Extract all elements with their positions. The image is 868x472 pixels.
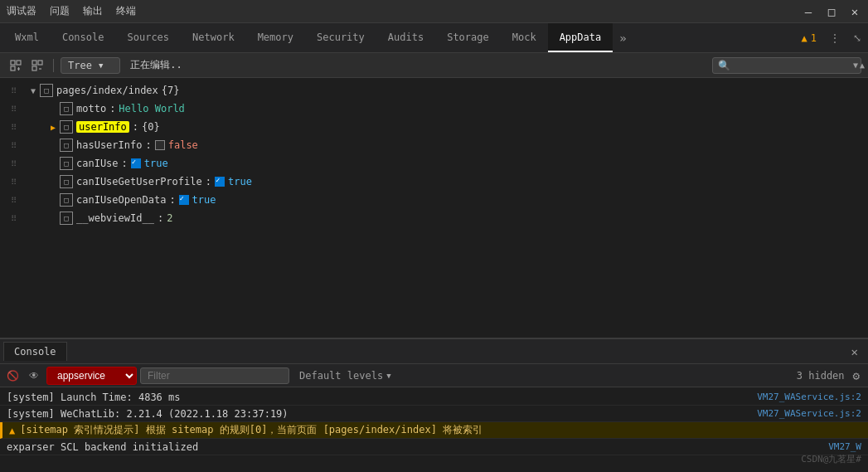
search-navigation: ▼ ▲: [853, 61, 865, 70]
search-box: 🔍 ▼ ▲: [712, 57, 861, 74]
console-settings-button[interactable]: ⚙: [848, 369, 865, 382]
checkbox-caniuse[interactable]: [131, 158, 141, 168]
colon-caniuseopendata: :: [169, 194, 175, 206]
colon-motto: :: [109, 103, 115, 114]
filter-input[interactable]: [140, 367, 289, 384]
console-line-text-1: [system] WeChatLib: 2.21.4 (2022.1.18 23…: [7, 408, 750, 420]
drag-handle: ⠿: [7, 178, 20, 187]
value-caniuseopendata: true: [192, 194, 216, 206]
tree-row-userinfo[interactable]: ⠿ ▶ □ userInfo : {0}: [0, 118, 868, 136]
tab-console[interactable]: Console: [51, 23, 116, 52]
menu-issues[interactable]: 问题: [50, 4, 70, 18]
expand-icon-userinfo[interactable]: ▶: [46, 123, 60, 132]
tree-row-motto[interactable]: ⠿ □ motto : Hello World: [0, 100, 868, 118]
svg-rect-5: [32, 61, 36, 65]
warning-triangle-icon: ▲: [9, 425, 15, 436]
tree-row-caniusegetuserprofile[interactable]: ⠿ □ canIUseGetUserProfile : true: [0, 173, 868, 191]
expand-all-button[interactable]: [7, 56, 25, 75]
minimize-button[interactable]: —: [802, 5, 815, 18]
view-selector[interactable]: Tree ▼: [61, 57, 120, 74]
close-button[interactable]: ✕: [848, 5, 861, 18]
menu-output[interactable]: 输出: [83, 4, 103, 18]
console-line-1: [system] WeChatLib: 2.21.4 (2022.1.18 23…: [0, 406, 868, 422]
node-icon-hasuserinfo: □: [60, 139, 73, 152]
tab-appdata[interactable]: AppData: [548, 23, 613, 52]
node-icon-webviewid: □: [60, 212, 73, 225]
appdata-toolbar: Tree ▼ 正在编辑.. 🔍 ▼ ▲: [0, 53, 868, 78]
tree-row-hasuserinfo[interactable]: ⠿ □ hasUserInfo : false: [0, 136, 868, 154]
node-icon-root: □: [40, 84, 53, 97]
svg-rect-6: [38, 61, 42, 65]
checkbox-caniuseopendata[interactable]: [179, 195, 189, 205]
console-output: [system] Launch Time: 4836 ms VM27_WASer…: [0, 387, 868, 472]
tree-view: ⠿ ▼ □ pages/index/index {7} ⠿ □ motto : …: [0, 78, 868, 338]
value-caniuse: true: [144, 158, 168, 169]
colon-caniusegetuserprofile: :: [206, 176, 211, 187]
tree-row-caniuseopendata[interactable]: ⠿ □ canIUseOpenData : true: [0, 191, 868, 209]
tab-security[interactable]: Security: [305, 23, 376, 52]
tab-audits[interactable]: Audits: [376, 23, 435, 52]
node-icon-caniuseopendata: □: [60, 193, 73, 207]
value-webviewid: 2: [167, 212, 172, 224]
maximize-button[interactable]: □: [825, 5, 838, 18]
checkbox-hasuserinfo[interactable]: [155, 140, 165, 150]
console-filter-bar: 🚫 👁 appservice Default levels ▼ 3 hidden…: [0, 364, 868, 387]
default-levels-label: Default levels: [299, 370, 383, 382]
tab-storage[interactable]: Storage: [435, 23, 501, 52]
tab-more-button[interactable]: »: [613, 23, 633, 52]
drag-handle: ⠿: [7, 159, 20, 168]
search-next-button[interactable]: ▲: [860, 61, 865, 70]
key-webviewid: __webviewId__: [76, 212, 154, 224]
drag-handle: ⠿: [7, 105, 20, 114]
title-bar-menu: 调试器 问题 输出 终端: [7, 4, 136, 18]
console-eye-button[interactable]: 👁: [25, 367, 43, 385]
tab-sources[interactable]: Sources: [115, 23, 181, 52]
expand-icon-root[interactable]: ▼: [27, 86, 40, 95]
tree-row-webviewid[interactable]: ⠿ □ __webviewId__ : 2: [0, 209, 868, 227]
collapse-all-button[interactable]: [28, 56, 46, 75]
checkbox-caniusegetuserprofile[interactable]: [215, 177, 225, 187]
default-levels-dropdown[interactable]: Default levels ▼: [299, 370, 391, 382]
node-icon-motto: □: [60, 102, 73, 115]
console-line-source-1[interactable]: VM27_WAService.js:2: [757, 408, 861, 419]
drag-handle: ⠿: [7, 86, 20, 95]
menu-debugger[interactable]: 调试器: [7, 4, 36, 18]
toolbar-separator: [53, 59, 54, 72]
search-input[interactable]: [734, 60, 850, 71]
tab-network[interactable]: Network: [181, 23, 246, 52]
console-line-3: exparser SCL backend initialized VM27_W: [0, 439, 868, 455]
key-caniuseopendata: canIUseOpenData: [76, 194, 166, 206]
search-prev-button[interactable]: ▼: [853, 61, 858, 70]
node-icon-userinfo: □: [60, 120, 73, 134]
tab-wxml[interactable]: Wxml: [3, 23, 51, 52]
console-tab-button[interactable]: Console: [3, 342, 67, 361]
svg-rect-7: [32, 66, 36, 71]
editing-status: 正在编辑..: [130, 58, 182, 72]
source-selector[interactable]: appservice: [46, 367, 137, 385]
tab-mock[interactable]: Mock: [501, 23, 548, 52]
tab-expand-button[interactable]: ⤡: [846, 23, 868, 52]
console-close-button[interactable]: ✕: [845, 345, 865, 358]
menu-terminal[interactable]: 终端: [116, 4, 136, 18]
tree-row-caniuse[interactable]: ⠿ □ canIUse : true: [0, 154, 868, 173]
console-line-text-2: [sitemap 索引情况提示] 根据 sitemap 的规则[0]，当前页面 …: [20, 423, 861, 437]
node-icon-caniuse: □: [60, 157, 73, 170]
value-caniusegetuserprofile: true: [228, 176, 252, 187]
warning-icon: ▲: [802, 32, 807, 44]
console-clear-button[interactable]: 🚫: [3, 367, 22, 385]
value-hasuserinfo: false: [168, 139, 198, 151]
value-userinfo: {0}: [142, 121, 160, 133]
console-line-source-3[interactable]: VM27_W: [828, 441, 861, 452]
title-bar: 调试器 问题 输出 终端 — □ ✕: [0, 0, 868, 23]
search-icon: 🔍: [718, 60, 730, 71]
svg-rect-2: [11, 66, 15, 71]
tab-memory[interactable]: Memory: [246, 23, 305, 52]
tab-menu-button[interactable]: ⋮: [823, 23, 846, 52]
colon-userinfo: :: [133, 121, 138, 133]
console-line-source-0[interactable]: VM27_WAService.js:2: [757, 392, 861, 402]
root-key: pages/index/index: [56, 85, 158, 96]
value-motto: Hello World: [119, 103, 184, 114]
tree-row-root[interactable]: ⠿ ▼ □ pages/index/index {7}: [0, 81, 868, 100]
colon-caniuse: :: [122, 158, 128, 169]
console-toolbar: Console ✕: [0, 339, 868, 364]
